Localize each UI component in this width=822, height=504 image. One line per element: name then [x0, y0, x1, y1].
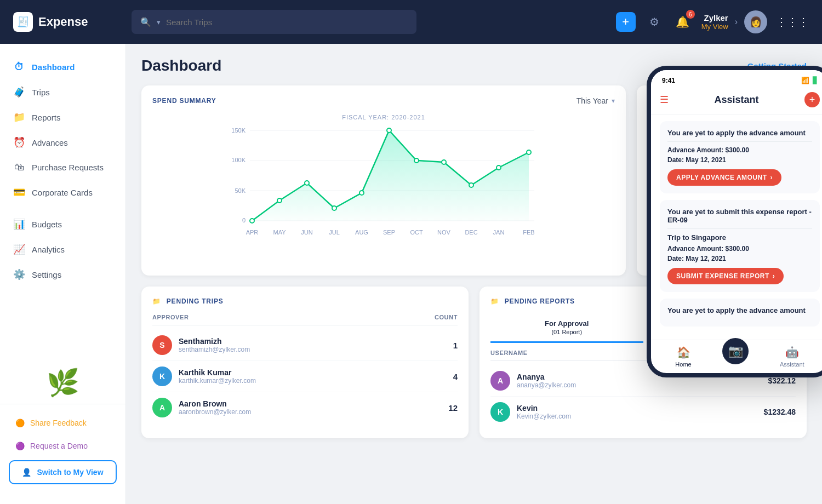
search-dropdown[interactable]: ▾ [157, 18, 161, 26]
svg-text:DEC: DEC [465, 229, 477, 236]
sidebar-item-analytics[interactable]: 📈 Analytics [0, 237, 125, 262]
chart-point [496, 165, 501, 170]
pending-trips-title: 📁 PENDING TRIPS [152, 297, 458, 305]
user-info: Zylker My View [701, 13, 728, 31]
user-avatar[interactable]: 👩 [744, 10, 767, 33]
plant-decoration: 🌿 [0, 362, 125, 404]
sidebar-nav: ⏱ Dashboard 🧳 Trips 📁 Reports ⏰ Advances… [0, 55, 125, 362]
table-row: K Karthik Kumar karthik.kumar@zylker.com… [152, 361, 458, 392]
row-name: Karthik Kumar [179, 368, 453, 377]
row-email: ananya@zylker.com [517, 381, 768, 389]
share-feedback-btn[interactable]: 🟠 Share Feedback [9, 413, 117, 433]
advances-icon: ⏰ [13, 136, 25, 148]
chart-point [469, 183, 473, 187]
svg-text:AUG: AUG [355, 229, 368, 236]
sidebar-item-corporate-cards[interactable]: 💳 Corporate Cards [0, 180, 125, 205]
svg-text:JUN: JUN [301, 229, 312, 236]
avatar: A [490, 371, 510, 391]
mobile-notif-1-detail-1: Advance Amount: $300.00 [667, 146, 812, 154]
spend-chart-svg: 150K 100K 50K 0 [152, 125, 615, 245]
dashboard-icon: ⏱ [13, 61, 25, 73]
row-info: Kevin Kevin@zylker.com [517, 404, 764, 420]
row-email: Kevin@zylker.com [517, 413, 764, 420]
search-bar[interactable]: 🔍 ▾ [132, 10, 416, 34]
sidebar-item-dashboard[interactable]: ⏱ Dashboard [0, 55, 125, 79]
add-button[interactable]: + [616, 12, 636, 32]
page-title: Dashboard [141, 57, 221, 75]
request-demo-btn[interactable]: 🟣 Request a Demo [9, 436, 117, 456]
table-row: S Senthamizh senthamizh@zylker.com 1 [152, 330, 458, 361]
chart-point [250, 219, 254, 223]
arrow-icon: › [770, 174, 773, 181]
wifi-icon: 📶 [801, 77, 809, 84]
divider [667, 141, 812, 142]
svg-text:OCT: OCT [410, 229, 423, 236]
camera-icon: 📷 [728, 344, 743, 358]
sidebar-item-trips[interactable]: 🧳 Trips [0, 79, 125, 105]
trip-name: Trip to Singapore [667, 233, 812, 242]
main-layout: ⏱ Dashboard 🧳 Trips 📁 Reports ⏰ Advances… [0, 44, 822, 504]
mobile-content: You are yet to apply the advance amount … [651, 114, 822, 340]
mobile-notif-2-detail-1: Advance Amount: $300.00 [667, 245, 812, 253]
avatar: K [490, 402, 510, 422]
chart-svg-wrapper: 150K 100K 50K 0 [152, 125, 615, 248]
chart-point [332, 206, 336, 210]
demo-icon: 🟣 [15, 442, 25, 450]
mobile-footer-assistant[interactable]: 🤖 Assistant [780, 346, 804, 368]
budgets-icon: 📊 [13, 218, 25, 230]
svg-text:150K: 150K [231, 127, 246, 134]
mobile-menu-icon[interactable]: ☰ [660, 94, 669, 106]
reports-row: K Kevin Kevin@zylker.com $1232.48 [490, 397, 796, 427]
switch-icon: 👤 [22, 468, 31, 477]
search-icon: 🔍 [140, 17, 151, 27]
mobile-camera-btn[interactable]: 📷 [722, 338, 749, 364]
chart-point [359, 191, 364, 195]
spend-year-chevron: ▾ [612, 97, 615, 105]
sidebar-item-purchase-requests[interactable]: 🛍 Purchase Requests [0, 155, 125, 180]
row-count: 12 [448, 403, 458, 413]
mobile-footer-home[interactable]: 🏠 Home [675, 346, 691, 368]
notifications-btn[interactable]: 🔔 6 [673, 12, 693, 32]
row-email: karthik.kumar@zylker.com [179, 377, 453, 385]
row-amount: $322.12 [768, 376, 796, 385]
pending-trips-table-header: APPROVER COUNT [152, 314, 458, 325]
switch-view-btn[interactable]: 👤 Switch to My View [9, 460, 117, 484]
svg-text:100K: 100K [231, 157, 246, 163]
plant-icon: 🌿 [47, 368, 79, 398]
chart-point [414, 158, 419, 163]
gear-icon: ⚙ [649, 15, 659, 28]
search-input[interactable] [166, 18, 408, 27]
mobile-notification-1: You are yet to apply the advance amount … [660, 121, 820, 193]
row-count: 4 [453, 372, 458, 381]
row-email: senthamizh@zylker.com [179, 346, 453, 353]
settings-icon-btn[interactable]: ⚙ [644, 12, 664, 32]
top-navigation: 🧾 Expense 🔍 ▾ + ⚙ 🔔 6 Zylker My View › 👩… [0, 0, 822, 44]
sidebar-item-reports[interactable]: 📁 Reports [0, 105, 125, 130]
sidebar-item-budgets[interactable]: 📊 Budgets [0, 211, 125, 237]
trips-icon: 🧳 [13, 86, 25, 98]
notification-badge: 6 [686, 10, 695, 19]
row-amount: $1232.48 [764, 408, 796, 416]
apply-advance-btn[interactable]: APPLY ADVANCE AMOUNT › [667, 169, 781, 186]
spend-summary-title: SPEND SUMMARY [152, 97, 216, 105]
spend-summary-card: SPEND SUMMARY This Year ▾ FISCAL YEAR: 2… [141, 85, 626, 276]
row-info: Senthamizh senthamizh@zylker.com [179, 337, 453, 353]
mobile-notif-1-title: You are yet to apply the advance amount [667, 129, 812, 137]
user-view: My View [701, 22, 728, 31]
mobile-header-title: Assistant [714, 94, 758, 106]
svg-text:APR: APR [246, 229, 259, 236]
logo-text: Expense [38, 15, 88, 29]
assistant-icon: 🤖 [785, 346, 799, 359]
home-icon: 🏠 [677, 346, 690, 359]
mobile-notification-3: You are yet to apply the advance amount [660, 299, 820, 327]
mobile-add-btn[interactable]: + [804, 92, 820, 107]
app-grid-icon[interactable]: ⋮⋮⋮ [776, 15, 809, 28]
sidebar-item-advances[interactable]: ⏰ Advances [0, 130, 125, 155]
svg-text:JUL: JUL [329, 229, 340, 236]
spend-year-select[interactable]: This Year ▾ [576, 96, 615, 105]
submit-report-btn[interactable]: SUBMIT EXPENSE REPORT › [667, 268, 784, 284]
settings-icon: ⚙️ [13, 268, 25, 280]
tab-for-approval[interactable]: For Approval(01 Report) [490, 314, 643, 343]
sidebar-item-settings[interactable]: ⚙️ Settings [0, 262, 125, 287]
svg-text:MAY: MAY [273, 229, 286, 236]
